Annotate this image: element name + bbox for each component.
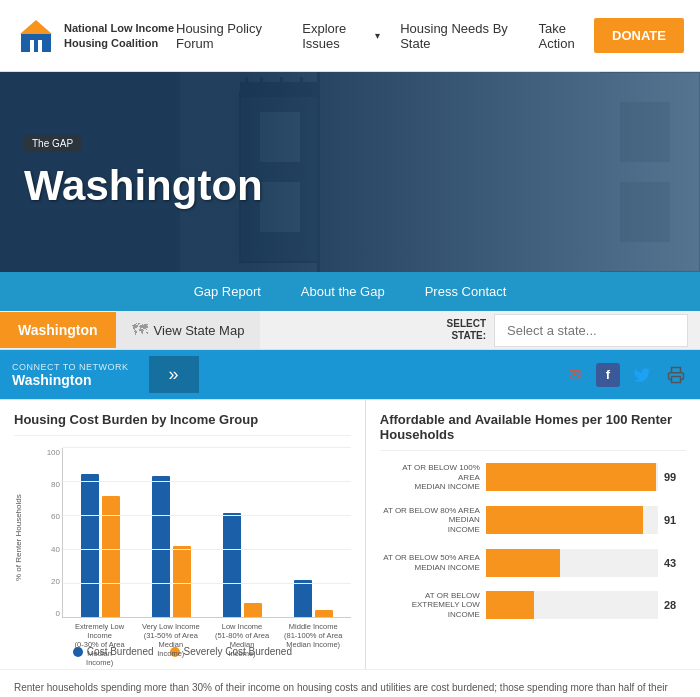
bar-group-vli-bars: [152, 447, 191, 617]
y-axis-label: % of Renter Households: [14, 458, 23, 618]
bar-mi-blue: [294, 580, 312, 617]
sub-nav-press[interactable]: Press Contact: [425, 284, 507, 299]
chart-title-left: Housing Cost Burden by Income Group: [14, 412, 351, 436]
connect-name: Washington: [12, 372, 129, 388]
h-bar-label-3: AT OR BELOW 50% AREA MEDIAN INCOME: [380, 553, 480, 572]
select-state-label: SELECT STATE:: [447, 318, 486, 342]
sub-nav: Gap Report About the Gap Press Contact: [0, 272, 700, 311]
bar-chart-container: % of Renter Households 0 20 40 60 80 100: [14, 448, 351, 638]
chevron-down-icon: ▾: [375, 30, 380, 41]
bar-group-li-bars: [223, 447, 262, 617]
h-bar-fill-2: [486, 506, 643, 534]
view-map-label: View State Map: [154, 323, 245, 338]
donate-button[interactable]: DONATE: [594, 18, 684, 53]
bar-group-eli: [67, 447, 134, 617]
h-bar-track-2: [486, 506, 658, 534]
gap-badge: The GAP: [24, 135, 81, 152]
h-bar-fill-4: [486, 591, 534, 619]
bar-eli-orange: [102, 496, 120, 617]
h-bar-track-1: [486, 463, 658, 491]
x-label-li: Low Income(51-80% of Area MedianIncome): [208, 622, 275, 667]
connect-info: CONNECT TO NETWORK Washington: [0, 358, 141, 392]
bar-li-orange: [244, 603, 262, 617]
facebook-icon[interactable]: f: [596, 363, 620, 387]
x-label-eli: Extremely Low Income(0-30% of Area Media…: [66, 622, 133, 667]
logo-text: National Low Income Housing Coalition: [64, 21, 174, 50]
h-bar-fill-3: [486, 549, 560, 577]
chart-panel-right: Affordable and Available Homes per 100 R…: [366, 400, 700, 669]
bar-vli-orange: [173, 546, 191, 617]
nav-action[interactable]: Take Action: [539, 21, 595, 51]
select-state-area: SELECT STATE:: [447, 314, 700, 347]
bar-group-vli: [138, 447, 205, 617]
state-tab: Washington: [0, 312, 116, 348]
h-bar-value-2: 91: [664, 514, 686, 526]
h-bar-fill-1: [486, 463, 656, 491]
view-map-button[interactable]: 🗺 View State Map: [116, 311, 261, 349]
map-icon: 🗺: [132, 321, 148, 339]
h-bar-label-2: AT OR BELOW 80% AREA MEDIAN INCOME: [380, 506, 480, 535]
email-icon[interactable]: ✉: [562, 363, 586, 387]
nav-explore[interactable]: Explore Issues ▾: [302, 21, 380, 51]
logo-area: National Low Income Housing Coalition: [16, 16, 176, 56]
h-bar-row-1: AT OR BELOW 100% AREA MEDIAN INCOME 99: [380, 463, 686, 492]
bar-mi-orange: [315, 610, 333, 617]
bar-eli-blue: [81, 474, 99, 617]
bar-group-eli-bars: [81, 447, 120, 617]
connect-label: CONNECT TO NETWORK: [12, 362, 129, 372]
bar-vli-blue: [152, 476, 170, 617]
hero-section: The GAP Washington: [0, 72, 700, 272]
h-bar-label-1: AT OR BELOW 100% AREA MEDIAN INCOME: [380, 463, 480, 492]
h-bar-row-2: AT OR BELOW 80% AREA MEDIAN INCOME 91: [380, 506, 686, 535]
h-bar-row-4: AT OR BELOW EXTREMELY LOW INCOME 28: [380, 591, 686, 620]
y-axis-labels: 0 20 40 60 80 100: [42, 448, 60, 618]
svg-rect-3: [34, 40, 38, 52]
bar-chart-area: 0 20 40 60 80 100: [42, 448, 351, 638]
h-bar-row-3: AT OR BELOW 50% AREA MEDIAN INCOME 43: [380, 549, 686, 577]
bar-group-mi-bars: [294, 447, 333, 617]
chart-panel-left: Housing Cost Burden by Income Group % of…: [0, 400, 366, 669]
charts-row: Housing Cost Burden by Income Group % of…: [0, 399, 700, 669]
connect-arrow-button[interactable]: »: [149, 356, 199, 393]
h-bar-value-4: 28: [664, 599, 686, 611]
h-bar-label-4: AT OR BELOW EXTREMELY LOW INCOME: [380, 591, 480, 620]
h-bar-track-4: [486, 591, 658, 619]
print-icon[interactable]: [664, 363, 688, 387]
sub-nav-gap-report[interactable]: Gap Report: [194, 284, 261, 299]
footer-note: Renter households spending more than 30%…: [0, 669, 700, 697]
main-nav: Housing Policy Forum Explore Issues ▾ Ho…: [176, 21, 594, 51]
x-axis-labels: Extremely Low Income(0-30% of Area Media…: [62, 618, 351, 667]
horizontal-bar-chart: AT OR BELOW 100% AREA MEDIAN INCOME 99 A…: [380, 463, 686, 619]
x-label-mi: Middle Income(81-100% of AreaMedian Inco…: [280, 622, 347, 667]
twitter-icon[interactable]: [630, 363, 654, 387]
h-bar-value-3: 43: [664, 557, 686, 569]
bar-group-li: [209, 447, 276, 617]
state-select-input[interactable]: [494, 314, 688, 347]
nav-needs[interactable]: Housing Needs By State: [400, 21, 518, 51]
hero-content: The GAP Washington: [0, 72, 287, 272]
chart-title-right: Affordable and Available Homes per 100 R…: [380, 412, 686, 451]
bar-group-mi: [280, 447, 347, 617]
state-bar: Washington 🗺 View State Map SELECT STATE…: [0, 311, 700, 350]
svg-marker-1: [20, 20, 52, 34]
hero-title: Washington: [24, 162, 263, 210]
bars-area: [62, 448, 351, 618]
h-bar-track-3: [486, 549, 658, 577]
sub-nav-about[interactable]: About the Gap: [301, 284, 385, 299]
logo-icon: [16, 16, 56, 56]
header: National Low Income Housing Coalition Ho…: [0, 0, 700, 72]
nav-policy[interactable]: Housing Policy Forum: [176, 21, 282, 51]
social-icons: ✉ f: [562, 363, 700, 387]
bar-li-blue: [223, 513, 241, 617]
h-bar-value-1: 99: [664, 471, 686, 483]
x-label-vli: Very Low Income(31-50% of Area MedianInc…: [137, 622, 204, 667]
connect-bar: CONNECT TO NETWORK Washington » ✉ f: [0, 350, 700, 399]
